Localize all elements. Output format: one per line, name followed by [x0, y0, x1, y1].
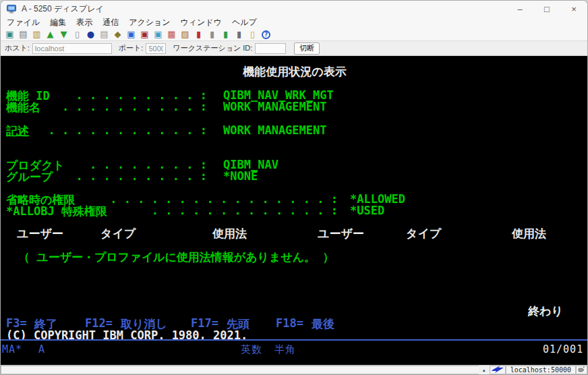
oia-status-line-seg-3: 半角	[274, 343, 296, 356]
description-line: 記述. . . . . . . . . . . :WORK MANAGEMENT	[1, 123, 588, 136]
function-name-line-seg-1: . . . . . . . . . . :	[62, 100, 207, 113]
minimize-button[interactable]: –	[506, 1, 533, 17]
screen-title: 機能使用状況の表示	[1, 64, 588, 76]
oia-status-line-seg-1: A	[38, 343, 45, 355]
function-keys-line-seg-6: F18=	[276, 316, 303, 330]
quick-pad-icon[interactable]: ▯	[247, 29, 258, 40]
toolbar: ▣▤▥▲▼▯●▤◆▣▣▣▦▨▮▮▮▮▯?	[1, 28, 587, 40]
usage-column-headers-seg-1: タイプ	[100, 226, 136, 241]
allobj-special-authority-line-seg-2: *USED	[350, 204, 384, 217]
oia-separator	[1, 339, 588, 341]
edit-tools-icon[interactable]: ▨	[179, 29, 191, 40]
description-line-seg-0: 記述	[6, 123, 29, 139]
title-bar[interactable]: A - 5250 ディスプレイ – □ ×	[1, 1, 587, 17]
connection-red-icon[interactable]: ▮	[193, 29, 204, 40]
function-keys-line-seg-2: F12=	[85, 316, 113, 330]
allobj-special-authority-line-seg-0: *ALLOBJ 特殊権限	[6, 204, 107, 219]
oia-status-line: MA*A英数半角01/001	[1, 343, 588, 355]
connect-plug-icon	[578, 366, 585, 374]
screen-capture-icon[interactable]: ▣	[152, 29, 164, 40]
app-monitor-icon	[7, 5, 16, 13]
display-settings-icon[interactable]: ▣	[125, 29, 137, 40]
usage-column-headers: ユーザータイプ使用法ユーザータイプ使用法	[1, 226, 588, 238]
workstation-id-input[interactable]	[255, 43, 286, 54]
host-label: ホスト:	[5, 43, 30, 53]
usage-column-headers-seg-2: 使用法	[212, 226, 247, 241]
allobj-special-authority-line-seg-1: . . . . . . . . . . . . . :	[152, 204, 338, 217]
system-icon[interactable]: ▯	[71, 29, 83, 40]
clipboard-lock-icon[interactable]: ▥	[31, 29, 42, 40]
menu-item-4[interactable]: アクション	[129, 17, 170, 28]
maximize-button[interactable]: □	[533, 1, 560, 17]
description-line-seg-1: . . . . . . . . . . . :	[49, 123, 207, 137]
end-indicator: 終わり	[1, 304, 588, 316]
default-authority-line: 省略時の権限. . . . . . . . . . . . . . . . :*…	[1, 192, 588, 204]
usage-column-headers-seg-5: 使用法	[512, 226, 546, 241]
paste-screen-icon[interactable]: ▣	[4, 29, 16, 40]
group-line-seg-2: *NONE	[223, 169, 258, 183]
usage-column-headers-seg-0: ユーザー	[17, 226, 63, 241]
host-input[interactable]	[32, 43, 112, 54]
menu-item-0[interactable]: ファイル	[7, 17, 40, 28]
port-input[interactable]	[146, 43, 166, 54]
menu-item-1[interactable]: 編集	[50, 17, 66, 28]
no-usage-message-seg-0: （ ユーザー・プロファイルに使用法情報がありません。 ）	[18, 250, 334, 265]
plug-icon[interactable]: ▮	[233, 29, 245, 40]
help-icon[interactable]: ?	[262, 30, 270, 39]
receive-file-icon[interactable]: ▼	[58, 29, 69, 40]
function-keys-line: F3=終了F12=取り消しF17=先頭F18=最後	[1, 316, 588, 328]
function-name-line-seg-2: WORK MANAGEMENT	[223, 100, 327, 113]
menu-item-2[interactable]: 表示	[76, 17, 92, 28]
statusbar-expander[interactable]: ▲	[479, 366, 490, 374]
product-line: プロダクト. . . . . . . . :QIBM_NAV	[1, 158, 588, 170]
connection-bar: ホスト: ポート: ワークステーション ID: 切断	[1, 40, 587, 56]
notepad-icon[interactable]: ▤	[98, 29, 110, 40]
color-map-icon[interactable]: ▦	[166, 29, 177, 40]
terminal-screen[interactable]: 機能使用状況の表示機能 ID. . . . . . . . . :QIBM_NA…	[1, 56, 588, 366]
window-controls: – □ ×	[506, 1, 587, 17]
allobj-special-authority-line: *ALLOBJ 特殊権限. . . . . . . . . . . . . :*…	[1, 204, 588, 216]
connection-bolt-icon	[492, 366, 504, 374]
oia-status-line-seg-4: 01/001	[543, 343, 583, 355]
screen-title-seg-0: 機能使用状況の表示	[1, 64, 588, 80]
connection-green-icon[interactable]: ▮	[220, 29, 231, 40]
record-macro-icon[interactable]: ▣	[139, 29, 150, 40]
window-title: A - 5250 ディスプレイ	[22, 3, 104, 15]
function-keys-line-seg-4: F17=	[191, 316, 218, 330]
copy-icon[interactable]: ▤	[18, 29, 29, 40]
connection-status-panel	[490, 366, 506, 374]
group-line: グループ. . . . . . . . . :*NONE	[1, 169, 588, 181]
status-bar: ▲ localhost:50000	[1, 365, 587, 374]
group-line-seg-1: . . . . . . . . . :	[76, 169, 207, 183]
session-plug-panel[interactable]	[576, 366, 587, 374]
port-label: ポート:	[119, 43, 144, 53]
menu-bar: ファイル編集表示通信アクションウィンドウヘルプ	[1, 17, 587, 28]
group-line-seg-0: グループ	[6, 169, 53, 185]
function-name-line-seg-0: 機能名	[6, 100, 40, 115]
menu-item-3[interactable]: 通信	[102, 17, 119, 28]
usage-column-headers-seg-4: タイプ	[406, 226, 441, 241]
oia-status-line-seg-0: MA*	[2, 343, 22, 355]
description-line-seg-2: WORK MANAGEMENT	[223, 123, 327, 137]
connection-gray-icon[interactable]: ▮	[206, 29, 218, 40]
usage-column-headers-seg-3: ユーザー	[318, 226, 364, 241]
close-button[interactable]: ×	[560, 1, 587, 17]
workstation-id-label: ワークステーション ID:	[173, 43, 252, 53]
no-usage-message: （ ユーザー・プロファイルに使用法情報がありません。 ）	[1, 250, 588, 262]
session-address-panel: localhost:50000	[506, 366, 576, 374]
function-name-line: 機能名. . . . . . . . . . :WORK MANAGEMENT	[1, 100, 588, 112]
function-keys-line-seg-0: F3=	[6, 316, 27, 330]
wallet-icon[interactable]: ◆	[112, 29, 123, 40]
send-file-icon[interactable]: ▲	[45, 29, 56, 40]
menu-item-5[interactable]: ウィンドウ	[181, 17, 222, 28]
app-window: A - 5250 ディスプレイ – □ × ファイル編集表示通信アクションウィン…	[0, 0, 588, 375]
compass-icon[interactable]: ●	[85, 29, 96, 40]
function-id-line: 機能 ID. . . . . . . . . :QIBM_NAV_WRK_MGT	[1, 88, 588, 100]
oia-status-line-seg-2: 英数	[241, 343, 262, 356]
status-message-area	[1, 366, 479, 374]
disconnect-button[interactable]: 切断	[294, 42, 320, 55]
session-address: localhost:50000	[508, 366, 574, 374]
menu-item-6[interactable]: ヘルプ	[232, 17, 257, 28]
